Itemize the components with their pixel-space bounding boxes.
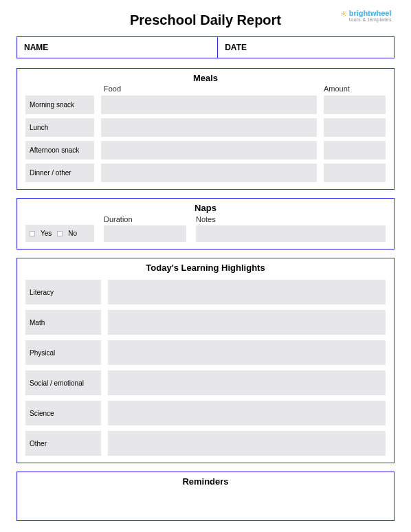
highlight-row: Other bbox=[25, 431, 386, 456]
highlight-row: Literacy bbox=[25, 280, 386, 304]
highlight-input[interactable] bbox=[108, 401, 386, 425]
highlight-input[interactable] bbox=[108, 340, 386, 365]
meal-label: Dinner / other bbox=[25, 164, 94, 182]
svg-line-6 bbox=[345, 15, 346, 16]
meal-amount-input[interactable] bbox=[324, 96, 386, 114]
naps-col-duration: Duration bbox=[104, 215, 186, 223]
meal-food-input[interactable] bbox=[101, 141, 317, 159]
brand-name: brightwheel bbox=[349, 10, 392, 17]
reminders-section: Reminders bbox=[16, 472, 395, 521]
highlight-label: Math bbox=[25, 310, 101, 335]
highlight-label: Science bbox=[25, 401, 101, 425]
page-title: Preschool Daily Report bbox=[16, 12, 395, 28]
brightwheel-icon bbox=[340, 10, 347, 17]
meal-amount-input[interactable] bbox=[324, 118, 386, 137]
name-field-label: NAME bbox=[17, 37, 218, 58]
naps-yesno: Yes No bbox=[25, 225, 94, 242]
svg-line-7 bbox=[342, 15, 342, 16]
meal-row: Morning snack bbox=[25, 96, 386, 114]
highlight-input[interactable] bbox=[108, 431, 386, 456]
meal-amount-input[interactable] bbox=[324, 141, 386, 159]
highlight-row: Social / emotional bbox=[25, 370, 386, 395]
meal-label: Afternoon snack bbox=[25, 141, 94, 159]
meals-col-amount: Amount bbox=[324, 85, 386, 93]
highlight-row: Science bbox=[25, 401, 386, 425]
highlight-input[interactable] bbox=[108, 370, 386, 395]
checkbox-yes[interactable] bbox=[30, 231, 35, 236]
naps-title: Naps bbox=[25, 203, 386, 213]
checkbox-no[interactable] bbox=[57, 231, 63, 236]
brand-logo: brightwheel tools & templates bbox=[340, 10, 392, 22]
highlights-section: Today's Learning Highlights Literacy Mat… bbox=[16, 258, 395, 463]
meal-food-input[interactable] bbox=[101, 96, 317, 114]
svg-point-0 bbox=[343, 12, 345, 14]
highlights-title: Today's Learning Highlights bbox=[25, 263, 386, 273]
name-date-row: NAME DATE bbox=[16, 36, 395, 58]
brand-tagline: tools & templates bbox=[349, 17, 392, 22]
highlight-label: Literacy bbox=[25, 280, 101, 304]
date-field-label: DATE bbox=[218, 37, 394, 58]
highlight-input[interactable] bbox=[108, 280, 386, 304]
meal-label: Lunch bbox=[25, 118, 94, 137]
svg-line-5 bbox=[342, 12, 342, 12]
naps-section: Naps Yes No Duration Notes bbox=[16, 198, 395, 250]
no-label: No bbox=[68, 230, 77, 237]
meals-section: Meals Food Amount Morning snack Lunch Af… bbox=[16, 68, 395, 190]
meals-title: Meals bbox=[25, 73, 386, 83]
meal-row: Lunch bbox=[25, 118, 386, 137]
meal-label: Morning snack bbox=[25, 96, 94, 114]
highlight-label: Other bbox=[25, 431, 101, 456]
meals-col-food: Food bbox=[104, 85, 317, 93]
meal-row: Afternoon snack bbox=[25, 141, 386, 159]
meal-food-input[interactable] bbox=[101, 118, 317, 137]
highlight-row: Math bbox=[25, 310, 386, 335]
naps-col-notes: Notes bbox=[196, 215, 386, 223]
highlight-label: Social / emotional bbox=[25, 370, 101, 395]
naps-duration-input[interactable] bbox=[104, 225, 186, 242]
meal-food-input[interactable] bbox=[101, 164, 317, 182]
reminders-title: Reminders bbox=[25, 476, 386, 487]
highlight-row: Physical bbox=[25, 340, 386, 365]
svg-line-8 bbox=[345, 12, 346, 12]
naps-notes-input[interactable] bbox=[196, 225, 386, 242]
yes-label: Yes bbox=[41, 230, 52, 237]
meal-row: Dinner / other bbox=[25, 164, 386, 182]
highlight-label: Physical bbox=[25, 340, 101, 365]
meal-amount-input[interactable] bbox=[324, 164, 386, 182]
highlight-input[interactable] bbox=[108, 310, 386, 335]
